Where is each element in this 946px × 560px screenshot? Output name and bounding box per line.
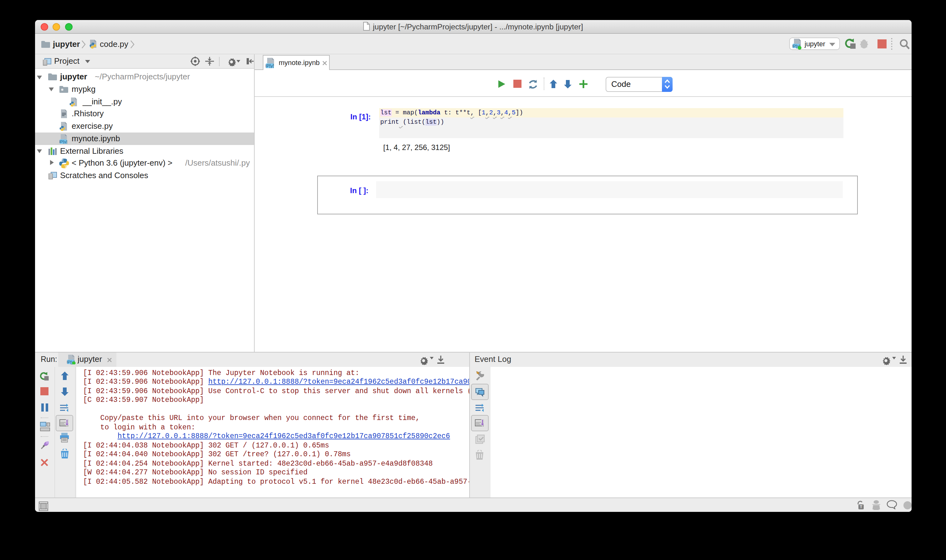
svg-text:IP[y]: IP[y]: [59, 139, 67, 144]
svg-text:IP[y]: IP[y]: [265, 63, 274, 68]
svg-text:jupyter: jupyter: [804, 40, 825, 48]
svg-text:T: T: [860, 505, 862, 509]
